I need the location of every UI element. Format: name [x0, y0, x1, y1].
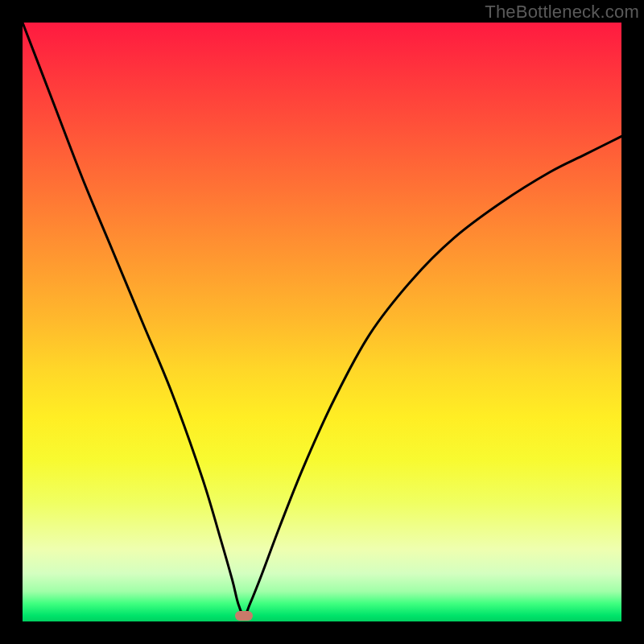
watermark-text: TheBottleneck.com: [485, 2, 639, 23]
bottleneck-curve-path: [23, 23, 621, 616]
minimum-marker: [235, 611, 253, 621]
plot-area: [23, 23, 621, 621]
curve-svg: [23, 23, 621, 621]
chart-frame: TheBottleneck.com: [0, 0, 644, 644]
